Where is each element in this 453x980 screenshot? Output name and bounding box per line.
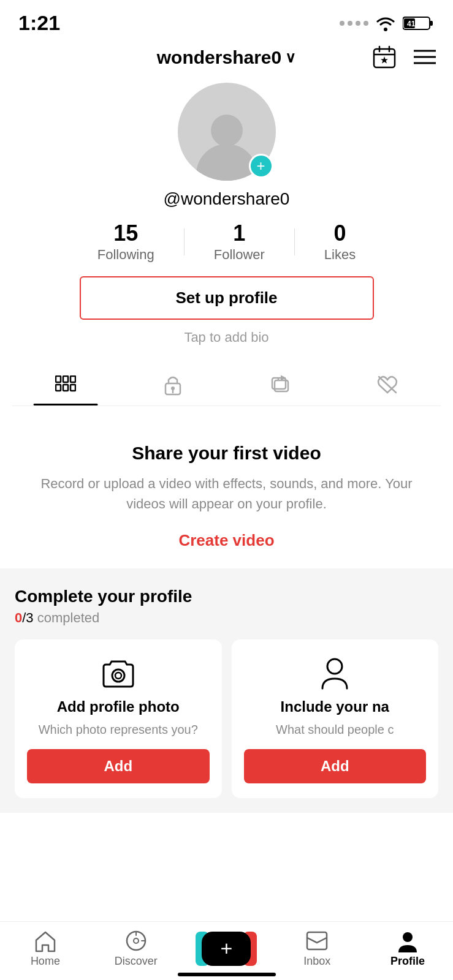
svg-point-30 — [134, 938, 139, 943]
status-time: 1:21 — [18, 11, 60, 35]
create-button[interactable]: + — [202, 932, 251, 966]
discover-icon — [124, 929, 148, 952]
lock-icon — [164, 374, 182, 396]
add-name-button[interactable]: Add — [244, 749, 427, 783]
home-indicator — [178, 973, 276, 976]
create-plus-icon: + — [221, 937, 233, 960]
following-count: 15 — [113, 221, 138, 246]
likes-stat[interactable]: 0 Likes — [295, 221, 385, 263]
likes-count: 0 — [334, 221, 346, 246]
create-video-link[interactable]: Create video — [18, 531, 435, 550]
avatar-head — [211, 115, 243, 146]
complete-profile-section: Complete your profile 0/3 completed Add … — [0, 568, 453, 813]
avatar-body — [196, 144, 257, 181]
add-avatar-button[interactable]: + — [249, 154, 273, 178]
signal-icon — [340, 21, 368, 26]
tab-liked[interactable] — [333, 363, 441, 405]
username-chevron-icon: ∨ — [285, 49, 296, 66]
header-username[interactable]: wondershare0 ∨ — [157, 47, 296, 68]
svg-point-28 — [327, 659, 342, 674]
progress-denominator: /3 — [22, 610, 33, 625]
nav-create[interactable]: + — [196, 932, 257, 966]
share-title: Share your first video — [18, 443, 435, 464]
svg-rect-15 — [70, 376, 75, 382]
avatar-wrapper: + — [178, 83, 276, 181]
follower-count: 1 — [233, 221, 245, 246]
status-icons: 41 — [340, 15, 435, 32]
card-title-name: Include your na — [281, 698, 389, 715]
bio-placeholder[interactable]: Tap to add bio — [184, 330, 268, 345]
svg-rect-14 — [63, 376, 68, 382]
svg-rect-17 — [63, 385, 68, 391]
nav-inbox-label: Inbox — [303, 955, 330, 968]
wifi-icon — [375, 15, 397, 32]
camera-icon — [101, 657, 135, 691]
follower-label: Follower — [214, 247, 265, 263]
complete-progress: 0/3 completed — [15, 610, 438, 626]
calendar-star-icon — [372, 45, 397, 69]
following-label: Following — [97, 247, 154, 263]
inbox-icon — [305, 929, 329, 952]
profile-header: wondershare0 ∨ — [0, 41, 453, 77]
nav-discover-label: Discover — [115, 955, 158, 968]
nav-profile[interactable]: Profile — [377, 929, 438, 968]
progress-label-text: completed — [37, 610, 100, 625]
following-stat[interactable]: 15 Following — [68, 221, 184, 263]
add-photo-button[interactable]: Add — [27, 749, 210, 783]
grid-icon — [55, 375, 76, 394]
svg-rect-13 — [56, 376, 61, 382]
bottom-navigation: Home Discover + Inbox Profile — [0, 921, 453, 980]
profile-handle: @wondershare0 — [164, 189, 290, 209]
profile-cards-row: Add profile photo Which photo represents… — [15, 639, 438, 798]
tab-videos[interactable] — [12, 363, 120, 405]
svg-text:41: 41 — [407, 20, 416, 28]
repost-icon — [270, 374, 291, 395]
progress-numerator: 0 — [15, 610, 22, 625]
svg-rect-2 — [430, 21, 433, 26]
nav-profile-label: Profile — [390, 955, 425, 968]
follower-stat[interactable]: 1 Follower — [185, 221, 294, 263]
svg-point-0 — [384, 28, 387, 31]
empty-state: Share your first video Record or upload … — [0, 406, 453, 568]
heart-slash-icon — [376, 374, 398, 395]
profile-nav-icon — [396, 929, 419, 952]
include-name-card: Include your na What should people c Add — [232, 639, 439, 798]
add-photo-card: Add profile photo Which photo represents… — [15, 639, 222, 798]
status-bar: 1:21 41 — [0, 0, 453, 41]
calendar-icon-button[interactable] — [370, 42, 399, 74]
nav-home-label: Home — [31, 955, 60, 968]
nav-inbox[interactable]: Inbox — [286, 929, 348, 968]
svg-point-26 — [112, 669, 124, 682]
svg-rect-33 — [307, 932, 327, 949]
person-icon-svg — [320, 657, 349, 691]
likes-label: Likes — [324, 247, 356, 263]
complete-profile-title: Complete your profile — [15, 587, 438, 606]
nav-home[interactable]: Home — [15, 929, 76, 968]
card-title-photo: Add profile photo — [57, 698, 180, 715]
camera-icon-svg — [101, 658, 135, 689]
battery-icon: 41 — [403, 15, 435, 32]
svg-marker-9 — [381, 56, 388, 64]
username-text: wondershare0 — [157, 47, 281, 68]
plus-icon: + — [256, 159, 265, 173]
header-actions — [370, 42, 438, 74]
svg-rect-18 — [70, 385, 75, 391]
svg-point-27 — [115, 673, 121, 679]
stats-row: 15 Following 1 Follower 0 Likes — [12, 221, 441, 263]
menu-button[interactable] — [411, 46, 438, 70]
setup-profile-button[interactable]: Set up profile — [80, 276, 374, 320]
tab-private[interactable] — [120, 363, 227, 405]
profile-tabs — [12, 363, 441, 406]
share-description: Record or upload a video with effects, s… — [18, 473, 435, 514]
profile-section: + @wondershare0 15 Following 1 Follower … — [0, 77, 453, 406]
card-desc-name: What should people c — [276, 723, 394, 737]
hamburger-menu-icon — [414, 48, 436, 66]
home-icon — [34, 929, 57, 952]
nav-discover[interactable]: Discover — [105, 929, 167, 968]
person-icon — [318, 657, 352, 691]
svg-point-34 — [403, 932, 413, 942]
tab-reposts[interactable] — [227, 363, 334, 405]
card-desc-photo: Which photo represents you? — [39, 723, 198, 737]
svg-rect-16 — [56, 385, 61, 391]
